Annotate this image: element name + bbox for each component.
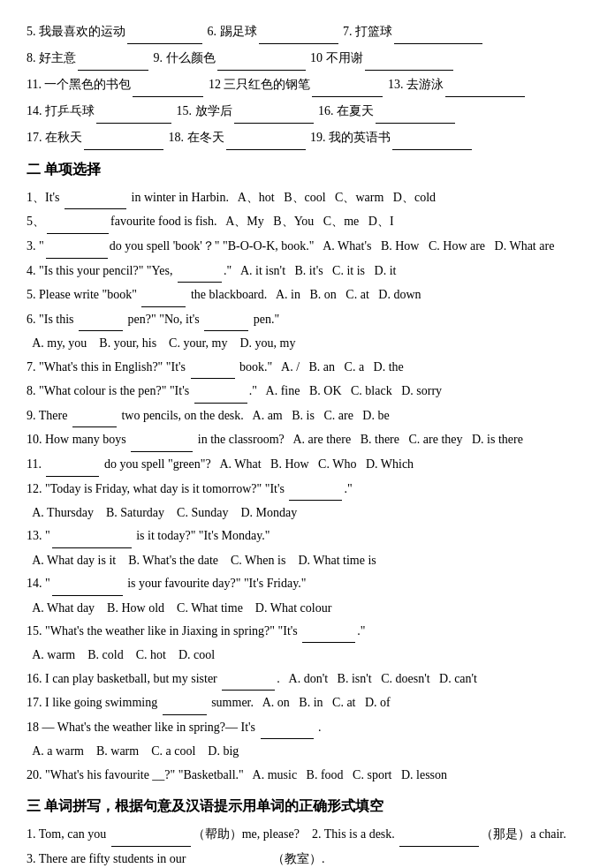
q14-text: 14. " is your favourite day?" "It's Frid… (27, 572, 588, 596)
q15-options: A. warm B. cold C. hot D. cool (27, 644, 588, 666)
item-13-label: 13. 去游泳 (388, 78, 444, 91)
q13-text: 13. " is it today?" "It's Monday." (27, 525, 588, 548)
q1-text: 1、It's in winter in Harbin. A、hot B、cool… (27, 186, 588, 210)
item-7-num: 7. 打篮球 (343, 25, 392, 38)
blank-q8 (194, 403, 247, 404)
q13-options: A. What day is it B. What's the date C. … (27, 549, 588, 571)
q16-text: 16. I can play basketball, but my sister… (27, 668, 588, 691)
blank-10 (365, 70, 453, 71)
q5b-text: 5. Please write "book" the blackboard. A… (27, 283, 588, 307)
item-17-label: 17. 在秋天 (27, 131, 82, 144)
blank-q16 (222, 690, 275, 691)
s3q1-text: 1. Tom, can you （帮助）me, please? 2. This … (27, 823, 588, 847)
item-9-label: 9. 什么颜色 (154, 51, 216, 64)
section2-title: 二 单项选择 (27, 157, 588, 183)
blank-6 (259, 43, 338, 44)
blank-16 (376, 123, 455, 124)
blank-13 (445, 96, 525, 97)
fill-row-5: 17. 在秋天 18. 在冬天 19. 我的英语书 (27, 125, 588, 150)
q12-text: 12. "Today is Friday, what day is it tom… (27, 478, 588, 502)
blank-19 (392, 149, 472, 150)
blank-9 (217, 70, 306, 71)
blank-q12 (289, 500, 342, 501)
fill-row-1: 5. 我最喜欢的运动 6. 踢足球 7. 打篮球 (27, 19, 588, 44)
blank-11 (133, 96, 203, 97)
fill-section: 5. 我最喜欢的运动 6. 踢足球 7. 打篮球 8. 好主意 9. 什么颜色 … (27, 19, 588, 150)
q5-text: 5、favourite food is fish. A、My B、You C、m… (27, 210, 588, 234)
blank-15 (234, 123, 314, 124)
blank-s3q1b (399, 846, 479, 847)
blank-q5b (141, 306, 186, 307)
blank-q5 (47, 233, 109, 234)
q6-options: A. my, you B. your, his C. your, my D. y… (27, 332, 588, 354)
blank-8 (78, 70, 148, 71)
blank-q4 (178, 282, 222, 283)
item-15-label: 15. 放学后 (177, 104, 232, 117)
blank-q6a (79, 330, 123, 331)
q10-text: 10. How many boys in the classroom? A. a… (27, 428, 588, 452)
blank-7 (394, 43, 482, 44)
blank-12 (312, 96, 383, 97)
section3-title: 三 单词拼写，根据句意及汉语提示用单词的正确形式填空 (27, 794, 588, 819)
blank-q11 (46, 476, 99, 477)
blank-q18 (261, 738, 314, 739)
q6-text: 6. "Is this pen?" "No, it's pen." (27, 308, 588, 332)
q17-text: 17. I like going swimming summer. A. on … (27, 691, 588, 715)
blank-q7 (191, 378, 235, 379)
section2-questions: 1、It's in winter in Harbin. A、hot B、cool… (27, 186, 588, 787)
fill-row-4: 14. 打乒乓球 15. 放学后 16. 在夏天 (27, 99, 588, 124)
blank-q1 (65, 208, 126, 209)
q14-options: A. What day B. How old C. What time D. W… (27, 597, 588, 619)
blank-5 (127, 43, 202, 44)
section3-questions: 1. Tom, can you （帮助）me, please? 2. This … (27, 823, 588, 868)
item-5-num: 5. 我最喜欢的运动 (27, 25, 125, 38)
q15-text: 15. "What's the weather like in Jiaxing … (27, 620, 588, 644)
blank-q14 (52, 595, 123, 596)
q18-options: A. a warm B. warm C. a cool D. big (27, 740, 588, 762)
q18-text: 18 — What's the weather like in spring?—… (27, 716, 588, 740)
item-16-label: 16. 在夏天 (318, 104, 374, 117)
item-18-label: 18. 在冬天 (169, 131, 224, 144)
q3-text: 3. "do you spell 'book'？" "B-O-O-K, book… (27, 235, 588, 259)
blank-q15 (302, 642, 355, 643)
item-11-label: 11. 一个黑色的书包 (27, 78, 131, 91)
blank-q10 (131, 451, 193, 452)
blank-14 (96, 123, 171, 124)
item-19-label: 19. 我的英语书 (310, 131, 391, 144)
item-8-label: 8. 好主意 (27, 51, 76, 64)
blank-q6b (204, 330, 248, 331)
q8-text: 8. "What colour is the pen?" "It's ." A.… (27, 380, 588, 404)
blank-q17 (163, 714, 207, 715)
item-6-num: 6. 踢足球 (208, 25, 257, 38)
q4-text: 4. "Is this your pencil?" "Yes, ." A. it… (27, 260, 588, 283)
item-10-label: 10 不用谢 (310, 51, 363, 64)
blank-q3 (46, 258, 108, 259)
q12-options: A. Thursday B. Saturday C. Sunday D. Mon… (27, 502, 588, 524)
fill-row-3: 11. 一个黑色的书包 12 三只红色的钢笔 13. 去游泳 (27, 72, 588, 97)
blank-17 (84, 149, 163, 150)
blank-s3q1a (111, 846, 191, 847)
q7-text: 7. "What's this in English?" "It's book.… (27, 356, 588, 380)
item-14-label: 14. 打乒乓球 (27, 104, 95, 117)
blank-q13 (52, 547, 132, 548)
q9-text: 9. There two pencils, on the desk. A. am… (27, 404, 588, 428)
item-12-label: 12 三只红色的钢笔 (209, 78, 311, 91)
fill-row-2: 8. 好主意 9. 什么颜色 10 不用谢 (27, 46, 588, 71)
blank-q9 (72, 426, 117, 427)
blank-18 (226, 149, 306, 150)
q11-text: 11. do you spell "green"? A. What B. How… (27, 453, 588, 477)
s3q3-text: 3. There are fifty students in our （教室）. (27, 848, 588, 868)
q20-text: 20. "What's his favourite __?" "Basketba… (27, 764, 588, 788)
